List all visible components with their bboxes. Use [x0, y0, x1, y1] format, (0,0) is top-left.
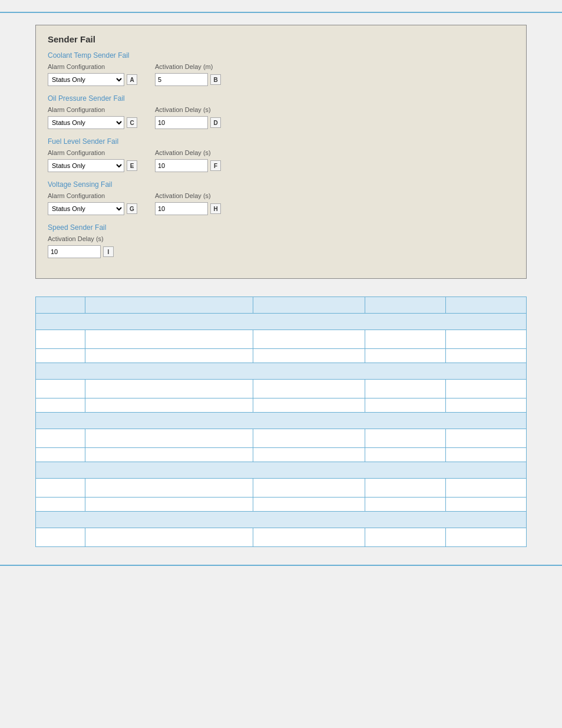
- row-cell: [365, 479, 445, 498]
- table-header-row: [36, 297, 527, 314]
- row-cell: [445, 528, 526, 547]
- row-cell: [36, 498, 85, 512]
- speed-delay-label: Activation Delay (s): [48, 235, 114, 242]
- row-cell: [253, 528, 365, 547]
- row-cell: [253, 398, 365, 413]
- oil-delay-group: Activation Delay (s) D: [155, 106, 221, 129]
- oil-delay-badge: D: [210, 117, 221, 128]
- oil-alarm-select[interactable]: Status Only: [48, 116, 124, 129]
- row-cell: [365, 528, 445, 547]
- coolant-alarm-select[interactable]: Status Only: [48, 73, 124, 86]
- fuel-alarm-badge: E: [127, 160, 137, 171]
- row-cell: [445, 448, 526, 462]
- voltage-delay-row: H: [155, 202, 221, 215]
- row-cell: [253, 498, 365, 512]
- oil-section-title: Oil Pressure Sender Fail: [48, 94, 514, 103]
- voltage-delay-badge: H: [210, 203, 221, 214]
- voltage-delay-input[interactable]: [155, 202, 208, 215]
- fuel-delay-row: F: [155, 159, 221, 172]
- row-cell: [85, 330, 253, 349]
- coolant-delay-input[interactable]: 5: [155, 73, 208, 86]
- voltage-field-row: Alarm Configuration Status Only G Activa…: [48, 192, 514, 215]
- voltage-alarm-label: Alarm Configuration: [48, 192, 137, 199]
- oil-section: Oil Pressure Sender Fail Alarm Configura…: [48, 94, 514, 129]
- speed-field-row: Activation Delay (s) I: [48, 235, 514, 258]
- oil-alarm-label: Alarm Configuration: [48, 106, 137, 113]
- table-row: [36, 330, 527, 349]
- coolant-delay-badge: B: [210, 74, 221, 85]
- table-row: [36, 448, 527, 462]
- coolant-field-row: Alarm Configuration Status Only A Activa…: [48, 63, 514, 86]
- fuel-section-title: Fuel Level Sender Fail: [48, 137, 514, 146]
- header-col-3: [253, 297, 365, 314]
- table-row: [36, 429, 527, 448]
- page-wrapper: Sender Fail Coolant Temp Sender Fail Ala…: [0, 0, 562, 728]
- row-cell: [365, 498, 445, 512]
- coolant-delay-label: Activation Delay (m): [155, 63, 221, 70]
- fuel-delay-label: Activation Delay (s): [155, 149, 221, 156]
- row-cell: [253, 330, 365, 349]
- header-col-4: [365, 297, 445, 314]
- oil-delay-label: Activation Delay (s): [155, 106, 221, 113]
- row-cell: [36, 429, 85, 448]
- table-row: [36, 528, 527, 547]
- row-cell: [445, 349, 526, 363]
- fuel-delay-badge: F: [210, 160, 221, 171]
- oil-delay-input[interactable]: [155, 116, 208, 129]
- coolant-alarm-row: Status Only A: [48, 73, 137, 86]
- row-cell: [85, 429, 253, 448]
- row-cell: [36, 448, 85, 462]
- table-section: [35, 297, 527, 547]
- row-cell: [253, 349, 365, 363]
- fuel-alarm-select[interactable]: Status Only: [48, 159, 124, 172]
- coolant-delay-group: Activation Delay (m) 5 B: [155, 63, 221, 86]
- fuel-alarm-label: Alarm Configuration: [48, 149, 137, 156]
- voltage-alarm-badge: G: [127, 203, 137, 214]
- header-col-1: [36, 297, 85, 314]
- card-title: Sender Fail: [48, 34, 514, 44]
- fuel-delay-input[interactable]: [155, 159, 208, 172]
- fuel-alarm-group: Alarm Configuration Status Only E: [48, 149, 137, 172]
- voltage-alarm-select[interactable]: Status Only: [48, 202, 124, 215]
- row-cell: [36, 380, 85, 398]
- row-cell: [253, 429, 365, 448]
- row-cell: [445, 498, 526, 512]
- fuel-alarm-row: Status Only E: [48, 159, 137, 172]
- group2-title: [36, 363, 527, 380]
- row-cell: [36, 330, 85, 349]
- row-cell: [445, 380, 526, 398]
- row-cell: [36, 398, 85, 413]
- fuel-delay-group: Activation Delay (s) F: [155, 149, 221, 172]
- speed-section: Speed Sender Fail Activation Delay (s) I: [48, 223, 514, 258]
- row-cell: [445, 479, 526, 498]
- group3-header: [36, 413, 527, 429]
- group4-header: [36, 462, 527, 479]
- voltage-delay-label: Activation Delay (s): [155, 192, 221, 199]
- voltage-section-title: Voltage Sensing Fail: [48, 180, 514, 189]
- fuel-field-row: Alarm Configuration Status Only E Activa…: [48, 149, 514, 172]
- table-row: [36, 398, 527, 413]
- row-cell: [365, 429, 445, 448]
- row-cell: [85, 448, 253, 462]
- row-cell: [365, 349, 445, 363]
- row-cell: [365, 398, 445, 413]
- coolant-section: Coolant Temp Sender Fail Alarm Configura…: [48, 51, 514, 86]
- data-table: [35, 297, 527, 547]
- table-row: [36, 498, 527, 512]
- row-cell: [36, 479, 85, 498]
- speed-delay-input[interactable]: [48, 245, 101, 258]
- top-divider: [0, 12, 562, 13]
- oil-alarm-badge: C: [127, 117, 137, 128]
- table-row: [36, 349, 527, 363]
- row-cell: [253, 380, 365, 398]
- group4-title: [36, 462, 527, 479]
- row-cell: [445, 398, 526, 413]
- row-cell: [365, 380, 445, 398]
- row-cell: [85, 498, 253, 512]
- speed-section-title: Speed Sender Fail: [48, 223, 514, 232]
- coolant-alarm-group: Alarm Configuration Status Only A: [48, 63, 137, 86]
- oil-delay-row: D: [155, 116, 221, 129]
- row-cell: [85, 380, 253, 398]
- voltage-delay-group: Activation Delay (s) H: [155, 192, 221, 215]
- row-cell: [253, 448, 365, 462]
